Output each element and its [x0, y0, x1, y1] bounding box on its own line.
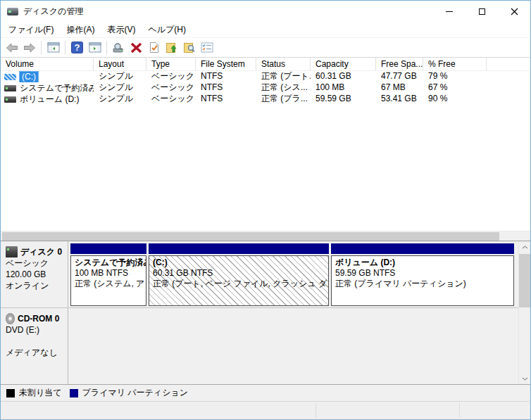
- close-icon: [511, 8, 518, 15]
- chevron-down-icon: [522, 377, 528, 381]
- explore-folder-button[interactable]: [181, 39, 197, 56]
- close-button[interactable]: [498, 1, 530, 22]
- column-header-file-system[interactable]: File System: [196, 58, 256, 70]
- selected-volume-label: (C:): [20, 72, 38, 82]
- scroll-down-button[interactable]: [519, 373, 530, 384]
- back-button[interactable]: [4, 39, 20, 56]
- file-system-cell: NTFS: [196, 71, 256, 82]
- status-cell: 正常 (ブート...: [256, 71, 311, 82]
- help-button[interactable]: ?: [69, 39, 85, 56]
- action-pane-button[interactable]: [87, 39, 103, 56]
- svg-text:?: ?: [75, 42, 80, 53]
- free-space-cell: 47.77 GB: [376, 71, 423, 82]
- column-header-type[interactable]: Type: [146, 58, 196, 70]
- file-system-cell: NTFS: [196, 82, 256, 94]
- title-bar: ディスクの管理: [1, 1, 530, 22]
- help-icon: ?: [71, 42, 83, 53]
- disk-size: 120.00 GB: [6, 269, 65, 280]
- maximize-icon: [479, 8, 485, 15]
- task-list-icon: [201, 42, 213, 53]
- partition-color-bar: [149, 243, 329, 254]
- vertical-scrollbar-thumb[interactable]: [519, 254, 530, 307]
- capacity-cell: 100 MB: [311, 82, 376, 94]
- delete-icon: [130, 42, 142, 53]
- forward-button[interactable]: [21, 39, 37, 56]
- layout-cell: シンプル: [94, 94, 146, 105]
- console-tree-button[interactable]: [45, 39, 61, 56]
- type-cell: ベーシック: [146, 94, 196, 105]
- status-cell: 正常 (シス...: [256, 82, 311, 94]
- partition-size: 100 MB NTFS: [75, 268, 142, 279]
- pct-free-cell: 90 %: [423, 94, 487, 105]
- column-header-pct-free[interactable]: % Free: [423, 58, 487, 70]
- folder-up-arrow-icon: [165, 42, 178, 53]
- legend-swatch-unallocated: [6, 389, 15, 397]
- back-icon: [6, 42, 18, 53]
- cdrom-media-status: メディアなし: [6, 347, 65, 358]
- partition-d[interactable]: ボリューム (D:) 59.59 GB NTFS 正常 (プライマリ パーティシ…: [331, 243, 514, 306]
- volume-list-header: Volume Layout Type File System Status Ca…: [1, 58, 530, 71]
- toolbar: ?: [1, 38, 530, 58]
- disk-0-partitions: システムで予約済み 100 MB NTFS 正常 (システム, アク (C:) …: [68, 241, 518, 307]
- status-bar: [1, 401, 530, 419]
- menu-file[interactable]: ファイル(F): [2, 22, 60, 37]
- disk-0-row: ディスク 0 ベーシック 120.00 GB オンライン システムで予約済み 1…: [1, 241, 530, 308]
- action-pane-icon: [89, 42, 101, 53]
- partition-size: 59.59 GB NTFS: [335, 268, 510, 279]
- legend-bar: 未割り当て プライマリ パーティション: [1, 384, 530, 401]
- partition-c[interactable]: (C:) 60.31 GB NTFS 正常 (ブート, ページ ファイル, クラ…: [149, 243, 329, 306]
- minimize-icon: [446, 11, 453, 12]
- partition-size: 60.31 GB NTFS: [153, 268, 325, 279]
- vertical-scrollbar[interactable]: [518, 241, 530, 384]
- disk-type: ベーシック: [6, 257, 65, 269]
- volume-label: ボリューム (D:): [20, 94, 79, 105]
- minimize-button[interactable]: [433, 1, 466, 22]
- volume-row-system-reserved[interactable]: システムで予約済み シンプル ベーシック NTFS 正常 (シス... 100 …: [1, 82, 530, 94]
- partition-status: 正常 (プライマリ パーティション): [335, 279, 510, 289]
- type-cell: ベーシック: [146, 82, 196, 94]
- disk-management-app-icon: [7, 8, 18, 15]
- open-folder-button[interactable]: [163, 39, 180, 56]
- legend-label-primary-partition: プライマリ パーティション: [82, 387, 188, 399]
- column-header-layout[interactable]: Layout: [94, 58, 146, 70]
- cdrom-blank-line: [6, 336, 65, 347]
- column-header-free-space[interactable]: Free Spa...: [376, 58, 423, 70]
- status-cell: 正常 (プラ...: [256, 94, 311, 105]
- delete-volume-button[interactable]: [128, 39, 144, 56]
- maximize-button[interactable]: [466, 1, 498, 22]
- free-space-cell: 67 MB: [376, 82, 423, 94]
- volume-icon: [4, 85, 16, 91]
- volume-row-d[interactable]: ボリューム (D:) シンプル ベーシック NTFS 正常 (プラ... 59.…: [1, 94, 530, 105]
- cdrom-drive-letter: DVD (E:): [6, 324, 65, 336]
- forward-icon: [23, 42, 36, 53]
- scroll-up-button[interactable]: [519, 241, 530, 253]
- menu-view[interactable]: 表示(V): [101, 22, 142, 37]
- volume-icon-selected: [4, 74, 16, 80]
- rescan-disks-button[interactable]: [111, 39, 127, 56]
- partition-system-reserved[interactable]: システムで予約済み 100 MB NTFS 正常 (システム, アク: [70, 243, 146, 306]
- menu-action[interactable]: 操作(A): [60, 22, 101, 37]
- status-bar-divider: [459, 403, 460, 418]
- partition-status: 正常 (システム, アク: [75, 279, 142, 289]
- disk-graph-pane: ディスク 0 ベーシック 120.00 GB オンライン システムで予約済み 1…: [1, 241, 530, 384]
- disk-name: ディスク 0: [20, 246, 62, 257]
- cdrom-0-label[interactable]: CD-ROM 0 DVD (E:) メディアなし: [1, 308, 68, 384]
- column-header-status[interactable]: Status: [256, 58, 311, 70]
- volume-row-c[interactable]: (C:) シンプル ベーシック NTFS 正常 (ブート... 60.31 GB…: [1, 71, 530, 82]
- folder-search-icon: [183, 42, 196, 53]
- horizontal-scrollbar-thumb[interactable]: [2, 232, 499, 241]
- horizontal-scrollbar[interactable]: [1, 231, 530, 241]
- partition-color-bar: [331, 243, 514, 254]
- mark-partition-button[interactable]: [146, 39, 162, 56]
- column-header-volume[interactable]: Volume: [1, 58, 94, 70]
- capacity-cell: 59.59 GB: [311, 94, 376, 105]
- layout-cell: シンプル: [94, 82, 146, 94]
- pct-free-cell: 67 %: [423, 82, 487, 94]
- column-header-capacity[interactable]: Capacity: [311, 58, 376, 70]
- task-list-button[interactable]: [199, 39, 215, 56]
- disk-0-label[interactable]: ディスク 0 ベーシック 120.00 GB オンライン: [1, 241, 68, 307]
- console-tree-icon: [47, 42, 60, 53]
- menu-help[interactable]: ヘルプ(H): [142, 22, 192, 37]
- volume-icon: [4, 96, 16, 103]
- disk-icon: [6, 246, 18, 257]
